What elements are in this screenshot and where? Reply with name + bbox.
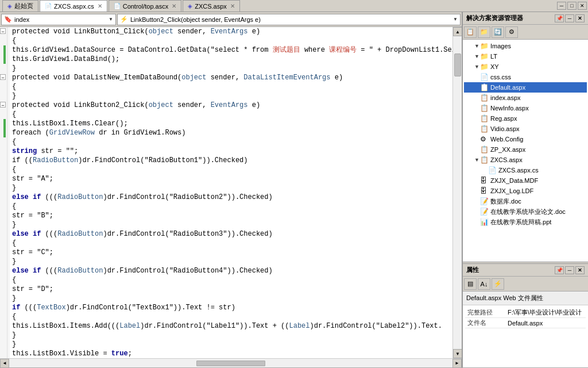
code-cell: str = "D"; [10,285,452,294]
tree-icon: 📁 [480,52,489,60]
tree-label: NewInfo.aspx [490,105,529,112]
minimize-button[interactable]: ─ [557,2,566,10]
tree-item[interactable]: 📋Vidio.aspx [464,124,587,134]
method-dropdown[interactable]: ⚡ LinkButton2_Click(object sender, Event… [117,14,461,25]
tree-label: Images [490,43,511,49]
code-cell: { [10,82,452,91]
panel-minimize-button[interactable]: ─ [565,14,574,22]
scroll-down-button[interactable]: ▼ [453,349,462,358]
panel-close-button[interactable]: ✕ [575,14,585,22]
code-cell: protected void LinkButton2_Click(object … [10,101,452,110]
tree-item[interactable]: 📄ZXCS.aspx.cs [464,165,587,175]
code-cell: { [10,312,452,321]
tree-item[interactable]: 🗄ZXJX_Data.MDF [464,175,587,186]
tree-item[interactable]: ⚙Web.Config [464,134,587,144]
tree-label: XY [490,63,499,70]
tree-item[interactable]: 📋Reg.aspx [464,113,587,124]
close-button[interactable]: ✕ [578,2,587,10]
scroll-left-button[interactable]: ◄ [0,359,9,368]
tree-expander[interactable]: ▼ [474,157,480,163]
collapse-mark[interactable]: − [0,102,6,108]
props-events-button[interactable]: ⚡ [492,278,504,290]
tree-expander[interactable]: ▼ [474,43,480,49]
props-alphabetical-button[interactable]: A↓ [478,278,490,290]
code-line: } [0,294,452,303]
tree-item[interactable]: 📋Default.aspx [464,82,587,93]
maximize-button[interactable]: □ [567,2,577,10]
tree-item[interactable]: ▼📋ZXCS.aspx [464,155,587,165]
tree-icon: 📄 [480,73,489,81]
code-editor[interactable]: −protected void LinkButton1_Click(object… [0,27,452,358]
solution-tree[interactable]: ▼📁Images▼📁LT▼📁XY📄css.css📋Default.aspx📋in… [463,40,588,262]
code-cell: this.ListBox1.Visible = true; [10,349,452,358]
tab-zxcs-cs-close[interactable]: ✕ [98,3,102,9]
horizontal-scrollbar[interactable]: ◄ ► [0,358,462,367]
code-cell: else if (((RadioButton)dr.FindControl("R… [10,266,452,275]
scroll-up-button[interactable]: ▲ [453,27,462,36]
tab-control-top-close[interactable]: ✕ [172,3,176,9]
tree-item[interactable]: 📋ZP_XX.aspx [464,144,587,155]
sol-refresh-button[interactable]: 🔄 [492,26,504,38]
code-line: str = "B"; [0,211,452,220]
tree-item[interactable]: 📝在线教学系统毕业论文.doc [464,206,587,217]
code-cell: str = "C"; [10,248,452,257]
tree-item[interactable]: 📝数据库.doc [464,196,587,206]
panel-pin-button[interactable]: 📌 [555,14,564,22]
method-dropdown-arrow: ▼ [451,17,458,22]
solution-explorer-title: 解决方案资源管理器 [466,14,523,22]
vscroll-thumb[interactable] [454,53,461,76]
tab-zxcs-aspx-close[interactable]: ✕ [230,3,235,9]
tree-icon: 📝 [480,197,489,205]
tab-startpage[interactable]: ◈ 起始页 [2,0,38,12]
tree-icon: ⚙ [480,135,489,143]
class-dropdown-arrow: ▼ [106,17,113,22]
tree-expander[interactable]: ▼ [474,53,480,59]
tab-zxcs-cs[interactable]: 📄 ZXCS.aspx.cs ✕ [40,0,107,12]
sol-files-button[interactable]: 📁 [478,26,490,38]
property-value: F:\军事\毕业设计\毕业设计 [505,308,586,317]
tab-zxcs-cs-icon: 📄 [45,3,52,9]
tree-icon: 📋 [480,83,489,91]
tree-item[interactable]: 📊在线教学系统辩稿.ppt [464,217,587,227]
tab-control-top[interactable]: 📄 Control/top.ascx ✕ [109,0,181,12]
sol-filter-button[interactable]: ⚙ [505,26,518,38]
scroll-right-button[interactable]: ► [452,359,462,368]
collapse-mark[interactable]: − [0,28,6,34]
method-dropdown-label: LinkButton2_Click(object sender, EventAr… [130,16,261,23]
code-line: this.ListBox1.Items.Clear(); [0,119,452,128]
collapse-mark[interactable]: − [0,74,6,80]
tree-label: Default.aspx [490,84,525,91]
properties-panel: 属性 📌 ─ ✕ ▤ A↓ ⚡ Default.aspx Web 文件属性 完整… [463,264,588,367]
code-marker [3,45,6,55]
class-dropdown-icon: 🔖 [4,16,12,23]
props-categorized-button[interactable]: ▤ [464,278,477,290]
code-cell: this.GridView1.DataBind(); [10,55,452,64]
tree-item[interactable]: 📋index.aspx [464,93,587,103]
tree-icon: 📄 [488,166,497,174]
tree-expander[interactable]: ▼ [474,64,480,70]
tree-item[interactable]: ▼📁LT [464,51,587,62]
right-panel: 解决方案资源管理器 📌 ─ ✕ 📋 📁 🔄 ⚙ ▼📁Images▼📁LT▼📁XY… [462,12,588,367]
tab-zxcs-aspx-icon: ◈ [188,3,192,9]
vertical-scrollbar[interactable]: ▲ ▼ [452,27,462,358]
class-dropdown-label: index [14,16,29,23]
tree-item[interactable]: 🗄ZXJX_Log.LDF [464,186,587,196]
props-toolbar: ▤ A↓ ⚡ [463,277,588,292]
tab-zxcs-aspx[interactable]: ◈ ZXCS.aspx ✕ [183,0,240,12]
props-pin-button[interactable]: 📌 [555,266,564,274]
tree-label: ZXJX_Log.LDF [490,187,533,194]
code-cell: } [10,91,452,101]
props-close-button[interactable]: ✕ [575,266,585,274]
code-cell: } [10,331,452,340]
hscroll-thumb[interactable] [196,361,265,366]
tree-item[interactable]: 📄css.css [464,72,587,82]
tree-item[interactable]: ▼📁Images [464,41,587,51]
sol-properties-button[interactable]: 📋 [464,26,477,38]
tree-item[interactable]: ▼📁XY [464,62,587,72]
class-dropdown[interactable]: 🔖 index ▼ [1,14,116,25]
property-value: Default.aspx [505,320,586,327]
tree-label: css.css [490,74,511,80]
props-minimize-button[interactable]: ─ [565,266,574,274]
code-line: foreach (GridViewRow dr in GridView1.Row… [0,128,452,137]
tree-item[interactable]: 📋NewInfo.aspx [464,103,587,113]
